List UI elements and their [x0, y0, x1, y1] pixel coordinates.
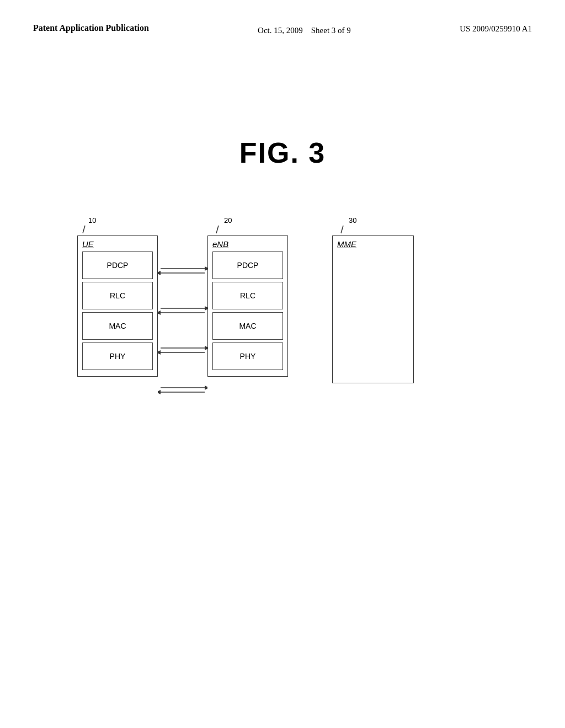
- enb-pdcp-layer: PDCP: [212, 251, 283, 279]
- figure-title: FIG. 3: [33, 136, 532, 169]
- ue-number: 10: [88, 216, 96, 224]
- rlc-arrow: [158, 293, 207, 328]
- date-text: Oct. 15, 2009: [258, 26, 303, 35]
- publication-label: Patent Application Publication: [33, 23, 149, 33]
- enb-label: eNB: [212, 239, 283, 249]
- enb-slash-icon: [213, 224, 223, 234]
- mac-arrow-svg: [158, 344, 207, 357]
- phy-right-arrowhead: [205, 386, 207, 390]
- mme-slash-row: [338, 224, 348, 234]
- ue-enb-arrows: [158, 213, 207, 410]
- enb-mac-layer: MAC: [212, 312, 283, 340]
- header-center: Oct. 15, 2009 Sheet 3 of 9: [258, 22, 351, 37]
- ue-slash-icon: [79, 224, 89, 234]
- mme-label: MME: [333, 236, 413, 252]
- pdcp-arrow-svg: [158, 264, 207, 277]
- svg-line-10: [341, 226, 343, 233]
- ue-pdcp-layer: PDCP: [82, 251, 153, 279]
- ue-number-line: 10: [88, 213, 96, 224]
- diagram: 10 UE PDCP RLC MAC PHY: [77, 213, 532, 410]
- header-right: US 2009/0259910 A1: [460, 22, 532, 34]
- rlc-arrow-svg: [158, 304, 207, 317]
- ue-rlc-layer: RLC: [82, 282, 153, 309]
- header-left: Patent Application Publication: [33, 22, 149, 34]
- phy-arrow-svg: [158, 383, 207, 397]
- svg-line-0: [83, 226, 85, 233]
- mme-slash-icon: [338, 224, 348, 234]
- ue-slash-row: [79, 224, 89, 234]
- mme-number: 30: [349, 216, 356, 224]
- rlc-left-arrowhead: [158, 311, 161, 315]
- phy-arrow: [158, 373, 207, 407]
- enb-phy-layer: PHY: [212, 342, 283, 370]
- page: Patent Application Publication Oct. 15, …: [0, 0, 565, 728]
- pdcp-arrow: [158, 254, 207, 288]
- patent-number: US 2009/0259910 A1: [460, 24, 532, 33]
- ue-mac-layer: MAC: [82, 312, 153, 340]
- ue-entity: 10 UE PDCP RLC MAC PHY: [77, 213, 158, 377]
- pdcp-left-arrowhead: [158, 271, 161, 275]
- header: Patent Application Publication Oct. 15, …: [33, 22, 532, 37]
- sheet-text: Sheet 3 of 9: [311, 26, 351, 35]
- enb-slash-row: [213, 224, 223, 234]
- enb-number: 20: [224, 216, 232, 224]
- ue-label: UE: [82, 239, 153, 249]
- enb-box: eNB PDCP RLC MAC PHY: [207, 235, 288, 377]
- mac-left-arrowhead: [158, 350, 161, 355]
- svg-line-9: [216, 226, 218, 233]
- phy-left-arrowhead: [158, 390, 161, 394]
- mac-arrow: [158, 333, 207, 367]
- enb-number-line: 20: [218, 213, 232, 224]
- mme-entity: 30 MME: [332, 213, 414, 383]
- enb-entity: 20 eNB PDCP RLC MAC PHY: [207, 213, 288, 377]
- mme-number-line: 30: [343, 213, 356, 224]
- ue-box: UE PDCP RLC MAC PHY: [77, 235, 158, 377]
- ue-phy-layer: PHY: [82, 342, 153, 370]
- mme-box: MME: [332, 235, 414, 383]
- enb-rlc-layer: RLC: [212, 282, 283, 309]
